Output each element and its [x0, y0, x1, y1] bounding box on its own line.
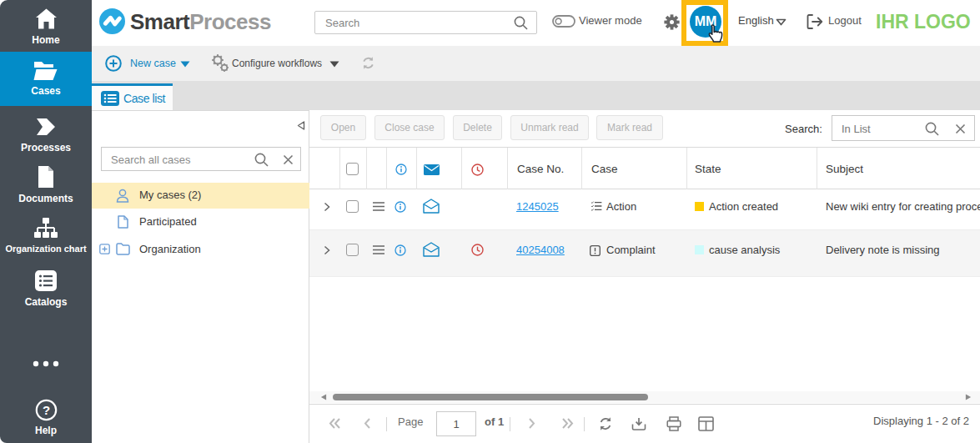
svg-text:?: ?	[42, 403, 49, 417]
